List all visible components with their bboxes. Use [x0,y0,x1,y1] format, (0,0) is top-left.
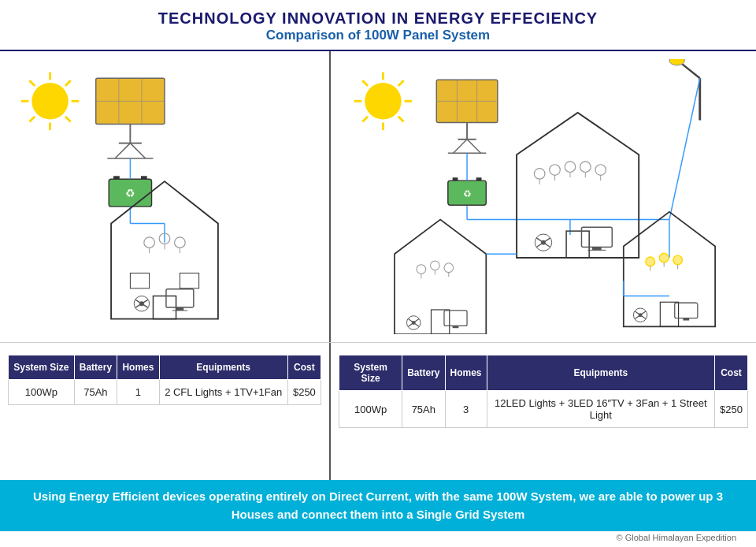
footer-banner: Using Energy Efficient devices operating… [0,480,756,531]
cell-system-size-r: 100Wp [339,391,402,428]
svg-rect-19 [113,176,120,179]
header: TECHNOLOGY INNOVATION IN ENERGY EFFECIEN… [0,0,756,51]
svg-line-66 [681,63,700,78]
cell-equipments: 2 CFL Lights + 1TV+1Fan [159,380,287,405]
col-system-size-left: System Size [9,355,75,380]
svg-point-34 [175,237,186,248]
svg-rect-107 [453,326,459,328]
svg-point-113 [659,253,669,262]
svg-rect-106 [444,311,467,326]
svg-text:♻: ♻ [125,188,135,199]
col-system-size-right: System Size [339,355,402,391]
house-top-right [517,113,639,258]
svg-line-49 [362,117,368,122]
svg-rect-20 [141,176,147,179]
svg-point-98 [431,261,440,270]
svg-rect-29 [180,273,198,288]
cell-battery-r: 75Ah [402,391,445,428]
svg-point-67 [669,59,684,65]
svg-rect-109 [660,302,678,326]
svg-point-81 [565,162,576,173]
sun-left [21,72,80,130]
cell-cost: $250 [287,380,321,405]
diagram-area: ♻ [0,51,756,343]
col-equipments-left: Equipments [159,355,287,380]
svg-point-39 [139,301,144,306]
col-battery-right: Battery [402,355,445,391]
copyright-text: © Global Himalayan Expedition [605,530,748,545]
svg-point-83 [580,162,591,173]
solar-panel-left [96,78,165,158]
col-homes-left: Homes [117,355,159,380]
left-table-container: System Size Battery Homes Equipments Cos… [0,343,331,481]
svg-point-105 [412,321,416,325]
left-table: System Size Battery Homes Equipments Cos… [8,355,321,405]
col-cost-left: Cost [287,355,321,380]
svg-point-111 [646,257,655,266]
svg-point-96 [417,265,426,274]
cell-system-size: 100Wp [9,380,75,405]
cell-homes: 1 [117,380,159,405]
col-homes-right: Homes [445,355,487,391]
svg-line-59 [467,140,480,153]
table-row: 100Wp 75Ah 3 12LED Lights + 3LED 16″TV +… [339,391,748,428]
svg-point-8 [32,83,69,120]
svg-rect-92 [592,247,602,250]
svg-rect-76 [566,231,589,258]
svg-line-16 [130,143,145,158]
svg-line-48 [398,80,404,86]
svg-rect-95 [431,310,449,334]
cell-cost-r: $250 [715,391,748,428]
table-row: 100Wp 75Ah 1 2 CFL Lights + 1TV+1Fan $25… [9,380,321,405]
right-table-container: System Size Battery Homes Equipments Cos… [331,343,756,481]
svg-point-90 [541,240,546,245]
col-battery-left: Battery [74,355,117,380]
svg-line-50 [398,117,404,122]
right-table: System Size Battery Homes Equipments Cos… [339,355,748,428]
svg-line-15 [115,143,130,158]
svg-rect-40 [166,289,194,307]
svg-rect-28 [130,273,149,288]
svg-line-58 [454,140,467,153]
cell-homes-r: 3 [445,391,487,428]
subtitle: Comparison of 100W Panel System [16,28,740,43]
svg-text:♻: ♻ [463,188,472,199]
tables-section: System Size Battery Homes Equipments Cos… [0,343,756,481]
svg-rect-63 [476,177,482,180]
svg-line-74 [669,78,700,219]
battery-right: ♻ [448,177,486,205]
right-diagram: ♻ [331,51,756,342]
svg-rect-122 [683,318,689,321]
svg-line-4 [29,80,35,86]
col-equipments-right: Equipments [487,355,715,391]
svg-point-79 [550,165,561,176]
svg-rect-62 [453,177,458,180]
left-diagram: ♻ [0,51,331,342]
footer-text: Using Energy Efficient devices operating… [24,488,732,523]
svg-line-6 [29,117,35,122]
right-diagram-svg: ♻ [339,59,748,334]
svg-rect-41 [176,307,184,311]
svg-point-77 [534,169,545,180]
svg-point-30 [144,237,155,248]
svg-point-120 [639,313,643,317]
svg-line-5 [65,80,71,86]
svg-line-7 [65,117,71,122]
svg-point-85 [595,165,606,176]
battery-left: ♻ [109,176,151,207]
main-title: TECHNOLOGY INNOVATION IN ENERGY EFFECIEN… [16,9,740,28]
svg-point-115 [673,255,683,265]
solar-panel-right [436,80,498,153]
col-cost-right: Cost [715,355,748,391]
svg-line-47 [362,80,368,86]
left-diagram-svg: ♻ [8,59,321,334]
svg-marker-94 [395,220,486,334]
svg-point-51 [365,83,402,120]
cell-battery: 75Ah [74,380,117,405]
svg-marker-75 [517,113,639,258]
sun-right [354,72,413,130]
svg-point-100 [444,263,454,273]
house-bottom-left [395,220,486,334]
street-lamp [669,59,700,121]
cell-equipments-r: 12LED Lights + 3LED 16″TV + 3Fan + 1 Str… [487,391,715,428]
